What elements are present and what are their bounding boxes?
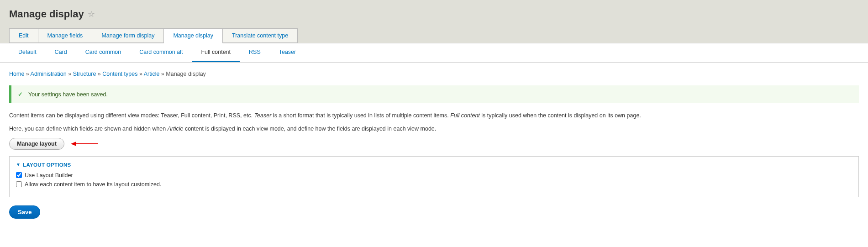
secondary-tab[interactable]: Card common alt (130, 43, 192, 62)
secondary-tab[interactable]: Default (9, 43, 46, 62)
secondary-tab[interactable]: Card (46, 43, 76, 62)
breadcrumb-link[interactable]: Home (9, 71, 24, 77)
manage-layout-row: Manage layout (9, 138, 859, 150)
breadcrumb-link[interactable]: Content types (102, 71, 137, 77)
use-layout-builder-row[interactable]: Use Layout Builder (16, 172, 852, 179)
primary-tab[interactable]: Manage form display (92, 28, 164, 43)
secondary-tab[interactable]: Card common (76, 43, 131, 62)
use-layout-builder-label: Use Layout Builder (25, 172, 73, 179)
header-region: Manage display ☆ EditManage fieldsManage… (0, 0, 868, 43)
primary-tab[interactable]: Edit (9, 28, 38, 43)
page-title-row: Manage display ☆ (9, 8, 859, 20)
primary-tab[interactable]: Translate content type (222, 28, 298, 43)
breadcrumb-link[interactable]: Article (144, 71, 160, 77)
content-region: Home » Administration » Structure » Cont… (0, 63, 868, 228)
allow-customize-checkbox[interactable] (16, 181, 22, 187)
primary-tabs: EditManage fieldsManage form displayMana… (9, 28, 859, 43)
secondary-tab[interactable]: RSS (240, 43, 270, 62)
star-icon[interactable]: ☆ (88, 9, 95, 19)
breadcrumb-link[interactable]: Structure (73, 71, 96, 77)
breadcrumb: Home » Administration » Structure » Cont… (9, 71, 859, 77)
save-button[interactable]: Save (9, 205, 40, 219)
page-title: Manage display (9, 8, 84, 20)
layout-options-legend[interactable]: ▼ LAYOUT OPTIONS (16, 162, 852, 168)
svg-marker-1 (71, 142, 76, 146)
layout-options-fieldset: ▼ LAYOUT OPTIONS Use Layout Builder Allo… (9, 156, 859, 197)
arrow-annotation-icon (71, 140, 98, 147)
help-text-2: Here, you can define which fields are sh… (9, 125, 859, 133)
use-layout-builder-checkbox[interactable] (16, 172, 22, 178)
allow-customize-label: Allow each content item to have its layo… (25, 181, 161, 188)
breadcrumb-link[interactable]: Administration (31, 71, 67, 77)
primary-tab[interactable]: Manage display (163, 28, 223, 43)
help-text-1: Content items can be displayed using dif… (9, 111, 859, 120)
breadcrumb-current: Manage display (166, 71, 206, 77)
triangle-down-icon: ▼ (16, 162, 21, 167)
status-message-text: Your settings have been saved. (28, 91, 108, 98)
secondary-tab[interactable]: Teaser (270, 43, 305, 62)
secondary-tab[interactable]: Full content (192, 43, 240, 62)
primary-tab[interactable]: Manage fields (38, 28, 93, 43)
allow-customize-row[interactable]: Allow each content item to have its layo… (16, 181, 852, 188)
manage-layout-button[interactable]: Manage layout (9, 138, 64, 150)
check-icon: ✓ (18, 91, 23, 98)
secondary-tabs: DefaultCardCard commonCard common altFul… (0, 43, 868, 63)
status-message: ✓ Your settings have been saved. (9, 85, 859, 103)
